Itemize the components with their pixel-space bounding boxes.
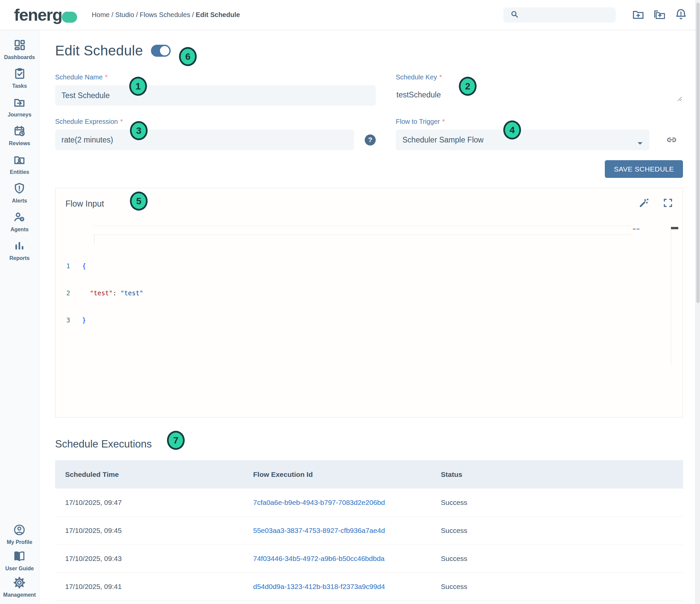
shield-exclamation-icon — [13, 182, 26, 196]
help-icon[interactable]: ? — [365, 134, 376, 146]
scheduled-time-cell: 17/10/2025, 09:43 — [55, 545, 243, 573]
page-scrollbar-thumb[interactable] — [696, 3, 700, 303]
table-row: 17/10/2025, 09:45 55e03aa3-3837-4753-892… — [55, 517, 683, 545]
header-actions — [632, 8, 687, 22]
toggle-knob — [160, 46, 169, 55]
editor-minimap[interactable] — [633, 228, 646, 234]
line-number: 2 — [55, 289, 82, 298]
notifications-bell-icon[interactable] — [675, 8, 687, 22]
sidebar-item-reviews[interactable]: Reviews — [9, 125, 30, 147]
scheduled-time-cell: 17/10/2025, 09:47 — [55, 489, 243, 517]
sidebar-label: Management — [3, 592, 36, 598]
table-row: 17/10/2025, 09:47 7cfa0a6e-b9eb-4943-b79… — [55, 489, 683, 517]
flow-input-header: Flow Input — [55, 188, 683, 210]
execution-id-link[interactable]: 74f03446-34b5-4972-a9b6-b50cc46bdbda — [253, 555, 385, 562]
sidebar-item-journeys[interactable]: Journeys — [8, 96, 31, 118]
format-wand-icon[interactable] — [639, 198, 649, 210]
sidebar-item-tasks[interactable]: Tasks — [12, 68, 27, 89]
breadcrumb-trail[interactable]: Home / Studio / Flows Schedules / — [92, 11, 196, 18]
schedule-enabled-toggle[interactable] — [151, 45, 171, 57]
sidebar-item-dashboards[interactable]: Dashboards — [4, 39, 35, 60]
execution-id-cell: 74f03446-34b5-4972-a9b6-b50cc46bdbda — [243, 545, 431, 573]
json-code-editor[interactable]: 1{ 2 "test": "test" 3} — [55, 226, 682, 417]
sidebar-item-management[interactable]: Management — [3, 576, 36, 598]
status-cell: Success — [431, 517, 683, 545]
code-line-1: 1{ — [55, 262, 682, 271]
flow-to-trigger-select[interactable]: Scheduler Sample Flow — [396, 129, 650, 150]
flow-to-trigger-field: Flow to Trigger* Scheduler Sample Flow — [396, 118, 683, 150]
schedule-name-field: Schedule Name* Test Schedule — [55, 73, 376, 106]
folder-upload-icon[interactable] — [653, 8, 666, 22]
line-number: 1 — [55, 262, 82, 271]
sidebar-label: Journeys — [8, 112, 31, 118]
current-line-highlight — [93, 226, 631, 235]
sidebar-item-entities[interactable]: Entities — [10, 154, 29, 175]
schedule-expression-field: Schedule Expression* rate(2 minutes) ? — [55, 118, 376, 150]
page: fenergo Home / Studio / Flows Schedules … — [0, 0, 700, 604]
execution-id-link[interactable]: 7cfa0a6e-b9eb-4943-b797-7083d2e206bd — [253, 499, 385, 506]
minimap-mark-red — [633, 229, 635, 230]
resize-handle-icon[interactable] — [676, 96, 682, 101]
annotation-2: 2 — [459, 77, 477, 96]
schedule-expression-input[interactable]: rate(2 minutes) — [55, 129, 354, 150]
fullscreen-icon[interactable] — [662, 198, 673, 210]
flow-input-panel: Flow Input 1{ 2 "test": "test" — [55, 188, 683, 417]
clipboard-check-icon — [14, 68, 26, 81]
folder-add-icon[interactable] — [632, 8, 645, 22]
minimap-mark-blue — [636, 229, 640, 230]
flow-input-title: Flow Input — [66, 199, 104, 209]
save-schedule-button[interactable]: SAVE SCHEDULE — [605, 160, 683, 178]
indent-guide — [94, 235, 95, 244]
required-marker: * — [442, 118, 445, 125]
top-header: fenergo Home / Studio / Flows Schedules … — [0, 0, 700, 30]
title-row: Edit Schedule — [55, 43, 683, 59]
search-input[interactable] — [503, 7, 616, 23]
code-line-2: 2 "test": "test" — [55, 289, 682, 298]
main-content: Edit Schedule Schedule Name* Test Schedu… — [40, 30, 700, 604]
sidebar-item-reports[interactable]: Reports — [9, 240, 29, 261]
table-row: 17/10/2025, 09:41 d54d0d9a-1323-412b-b31… — [55, 573, 683, 601]
schedule-key-value: testSchedule — [396, 85, 683, 100]
table-header-row: Scheduled Time Flow Execution Id Status — [55, 460, 683, 489]
sidebar-item-my-profile[interactable]: My Profile — [7, 524, 32, 545]
breadcrumb-current: Edit Schedule — [196, 11, 240, 18]
folder-person-icon — [13, 154, 26, 167]
editor-scrollbar-thumb[interactable] — [671, 227, 678, 229]
scheduled-time-cell: 17/10/2025, 09:41 — [55, 573, 243, 601]
scheduled-time-cell: 17/10/2025, 09:45 — [55, 517, 243, 545]
sidebar-item-agents[interactable]: Agents — [10, 211, 28, 233]
breadcrumb[interactable]: Home / Studio / Flows Schedules / Edit S… — [92, 11, 240, 19]
search-icon — [510, 10, 519, 20]
sidebar-item-user-guide[interactable]: User Guide — [5, 550, 34, 572]
fenergo-logo[interactable]: fenergo — [14, 5, 77, 25]
editor-actions — [639, 198, 673, 210]
schedule-key-field: Schedule Key* testSchedule — [396, 73, 683, 106]
status-cell: Success — [431, 545, 683, 573]
sidebar-label: User Guide — [5, 566, 34, 572]
calendar-clock-icon — [13, 125, 26, 139]
sidebar-item-alerts[interactable]: Alerts — [12, 182, 27, 204]
sidebar-label: Reviews — [9, 140, 30, 147]
table-row: 17/10/2025, 09:43 74f03446-34b5-4972-a9b… — [55, 545, 683, 573]
execution-id-link[interactable]: d54d0d9a-1323-412b-b318-f2373a9c99d4 — [253, 583, 385, 590]
folder-arrow-right-icon — [13, 96, 26, 110]
code-line-3: 3} — [55, 316, 682, 325]
execution-id-cell: 55e03aa3-3837-4753-8927-cfb936a7ae4d — [243, 517, 431, 545]
person-circle-icon — [13, 524, 26, 537]
execution-id-link[interactable]: 55e03aa3-3837-4753-8927-cfb936a7ae4d — [253, 527, 385, 534]
sidebar-label: Alerts — [12, 198, 27, 204]
schedule-expression-label: Schedule Expression* — [55, 118, 376, 126]
bar-chart-icon — [13, 240, 26, 254]
annotation-7: 7 — [167, 431, 185, 450]
annotation-6: 6 — [179, 47, 197, 66]
person-gear-icon — [13, 211, 26, 225]
column-status: Status — [431, 460, 683, 489]
open-flow-link-icon[interactable] — [666, 134, 678, 146]
required-marker: * — [120, 118, 123, 125]
status-cell: Success — [431, 489, 683, 517]
schedule-key-label: Schedule Key* — [396, 73, 683, 81]
schedule-executions-title: Schedule Executions — [55, 438, 683, 450]
schedule-name-input[interactable]: Test Schedule — [55, 85, 376, 106]
page-scrollbar — [695, 0, 700, 604]
annotation-3: 3 — [130, 121, 148, 140]
